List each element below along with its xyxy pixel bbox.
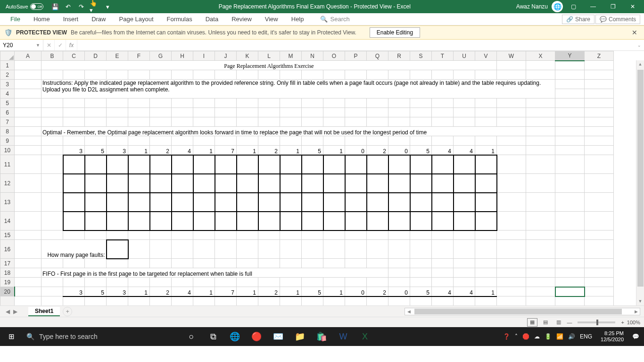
col-header[interactable]: P [345,51,367,61]
ref-string-cell[interactable]: 7 [215,146,237,155]
table-cell[interactable] [280,193,302,212]
table-cell[interactable] [432,155,454,174]
table-cell[interactable] [150,174,172,193]
col-header[interactable]: S [410,51,432,61]
table-cell[interactable] [107,296,128,306]
table-cell[interactable] [215,155,237,174]
table-cell[interactable] [150,212,172,230]
ref-string-cell[interactable]: 1 [475,146,497,155]
vertical-scrollbar[interactable]: ▲ ▼ [636,60,644,305]
col-header[interactable]: T [432,51,454,61]
table-cell[interactable] [410,296,432,306]
ref-string-cell[interactable]: 1 [193,146,215,155]
ref-string-cell[interactable]: 1 [323,146,345,155]
ref-string-cell[interactable]: 4 [172,146,193,155]
table-cell[interactable] [345,155,367,174]
ref-string-cell[interactable]: 1 [193,287,215,296]
table-cell[interactable] [258,193,280,212]
ref-string-cell[interactable]: 2 [150,287,172,296]
page-layout-view-icon[interactable]: ▤ [540,318,551,327]
ref-string-cell[interactable]: 0 [345,146,367,155]
col-header[interactable]: V [475,51,497,61]
table-cell[interactable] [85,212,107,230]
col-header[interactable]: Q [367,51,388,61]
chevron-up-icon[interactable]: ˄ [515,333,518,340]
close-bar-icon[interactable]: ✕ [629,29,640,36]
col-header[interactable]: E [107,51,128,61]
spreadsheet-grid[interactable]: A B C D E F G H I J K L M N O P Q R S T … [0,51,644,305]
table-cell[interactable] [150,193,172,212]
table-cell[interactable] [193,155,215,174]
table-cell[interactable] [107,155,128,174]
sheet-nav-prev-icon[interactable]: ◀ [4,308,11,315]
col-header[interactable]: J [215,51,237,61]
table-cell[interactable] [258,174,280,193]
table-cell[interactable] [388,212,410,230]
sheet-nav-next-icon[interactable]: ▶ [11,308,19,315]
table-cell[interactable] [280,174,302,193]
table-cell[interactable] [150,155,172,174]
mail-icon[interactable]: ✉️ [268,327,289,346]
ribbon-display-icon[interactable]: ▢ [564,0,583,13]
table-cell[interactable] [367,174,388,193]
table-cell[interactable] [410,212,432,230]
optimal-note[interactable]: Optimal - Remember, the Optimal page rep… [41,127,526,136]
tab-help[interactable]: Help [285,13,311,25]
col-header[interactable]: O [323,51,345,61]
table-cell[interactable] [302,212,323,230]
ref-string-cell[interactable]: 1 [237,287,258,296]
undo-icon[interactable]: ↶ [63,1,74,12]
tab-insert[interactable]: Insert [57,13,85,25]
tab-data[interactable]: Data [199,13,225,25]
col-header[interactable]: L [258,51,280,61]
table-cell[interactable] [454,212,475,230]
page-break-view-icon[interactable]: ▥ [553,318,564,327]
table-cell[interactable] [128,174,150,193]
table-cell[interactable] [475,212,497,230]
table-cell[interactable] [388,155,410,174]
table-cell[interactable] [258,155,280,174]
qat-customize-icon[interactable]: ▾ [103,1,113,12]
table-cell[interactable] [237,155,258,174]
table-cell[interactable] [63,296,85,306]
col-header[interactable]: B [41,51,63,61]
table-cell[interactable] [193,212,215,230]
ref-string-cell[interactable]: 2 [150,146,172,155]
table-cell[interactable] [432,212,454,230]
table-cell[interactable] [345,174,367,193]
ref-string-cell[interactable]: 7 [215,287,237,296]
table-cell[interactable] [172,174,193,193]
col-header[interactable]: D [85,51,107,61]
ref-string-cell[interactable]: 3 [63,146,85,155]
name-box[interactable]: Y20 ▼ [0,40,43,50]
table-cell[interactable] [302,193,323,212]
enable-editing-button[interactable]: Enable Editing [370,27,420,38]
col-header[interactable]: M [280,51,302,61]
ref-string-cell[interactable]: 4 [454,287,475,296]
notifications-icon[interactable]: 💬 [632,333,639,340]
scroll-down-icon[interactable]: ▼ [636,297,644,305]
table-cell[interactable] [215,212,237,230]
add-sheet-button[interactable]: + [63,307,72,316]
col-header[interactable]: R [388,51,410,61]
table-cell[interactable] [454,174,475,193]
scroll-thumb[interactable] [637,70,644,287]
col-header[interactable]: C [63,51,85,61]
minimize-button[interactable]: — [584,0,603,13]
maximize-button[interactable]: ❐ [603,0,622,13]
table-cell[interactable] [172,212,193,230]
table-cell[interactable] [454,296,475,306]
table-cell[interactable] [150,296,172,306]
table-cell[interactable] [85,193,107,212]
ref-string-cell[interactable]: 2 [367,146,388,155]
ref-string-cell[interactable]: 1 [280,287,302,296]
scroll-right-icon[interactable]: ▶ [632,309,640,314]
fifo-note[interactable]: FIFO - First page in is the first page t… [41,268,388,278]
col-header[interactable]: N [302,51,323,61]
ref-string-cell[interactable]: 5 [410,287,432,296]
word-icon[interactable]: W [333,327,354,346]
table-cell[interactable] [172,296,193,306]
table-cell[interactable] [85,174,107,193]
onedrive-tray-icon[interactable]: ☁ [534,333,540,340]
table-cell[interactable] [85,155,107,174]
